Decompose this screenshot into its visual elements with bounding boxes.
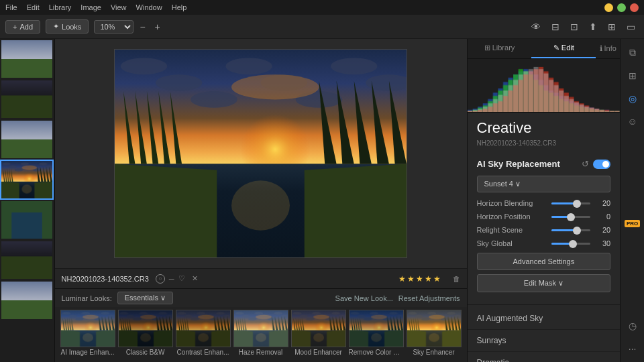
circle-btn[interactable]: ○ (156, 274, 165, 284)
filmstrip-thumb-1[interactable] (0, 39, 54, 79)
crop-icon[interactable]: ⊡ (567, 20, 582, 34)
looks-list-item-2[interactable]: Sunrays (468, 330, 621, 352)
menu-bar: File Edit Library Image View Window Help (0, 0, 644, 15)
main-preview (114, 49, 407, 258)
looks-header: Luminar Looks: Essentials ∨ Save New Loo… (55, 289, 467, 307)
zoom-plus-button[interactable]: + (152, 20, 164, 34)
tool-name: AI Sky Replacement (477, 159, 560, 169)
tab-info[interactable]: ℹ Info (596, 40, 620, 58)
center-area: NH20201023-140352.CR3 ○ ─ ♡ ✕ ★ ★ ★ ★ ★ … (55, 39, 467, 362)
looks-actions: Save New Look... Reset Adjustments (335, 294, 460, 302)
share-icon[interactable]: ⬆ (586, 20, 600, 34)
slider-thumb-1[interactable] (573, 200, 581, 208)
adjustments-icon[interactable]: ⊞ (626, 68, 639, 84)
look-item-5[interactable]: Mood Enhancer (291, 310, 346, 359)
looks-list-item-1[interactable]: AI Augmented Sky (468, 308, 621, 330)
add-button[interactable]: + + Add Add (5, 20, 40, 34)
looks-strip: Luminar Looks: Essentials ∨ Save New Loo… (55, 288, 467, 362)
filmstrip-thumb-6[interactable] (0, 240, 54, 280)
save-look-button[interactable]: Save New Look... (335, 294, 393, 302)
toolbar-icons: 👁 ⊟ ⊡ ⬆ ⊞ ▭ (528, 20, 639, 34)
trash-icon[interactable]: 🗑 (453, 275, 460, 283)
menu-library[interactable]: Library (49, 3, 72, 11)
panel-content: Creative NH20201023-140352.CR3 AI Sky Re… (468, 113, 621, 362)
horizon-position-track[interactable] (551, 216, 591, 218)
x-icon[interactable]: ✕ (192, 274, 198, 283)
sky-dropdown[interactable]: Sunset 4 ∨ (477, 176, 611, 192)
reset-adjustments-button[interactable]: Reset Adjustments (398, 294, 460, 302)
horizon-position-row: Horizon Position 0 (477, 213, 611, 221)
panel-title: Creative (468, 113, 621, 139)
slider-thumb-4[interactable] (569, 240, 577, 248)
rating-stars: ★ ★ ★ ★ ★ (398, 274, 441, 284)
looks-list-item-3[interactable]: Dramatic (468, 352, 621, 362)
histogram-area (468, 59, 621, 113)
face-icon[interactable]: ☺ (625, 113, 639, 129)
horizon-blending-track[interactable] (551, 202, 591, 204)
close-button[interactable] (630, 3, 639, 12)
filmstrip-thumb-5[interactable] (0, 200, 54, 240)
grid-icon[interactable]: ⊞ (604, 20, 619, 34)
filmstrip-thumb-4[interactable] (0, 160, 54, 200)
looks-essentials-tab[interactable]: Essentials ∨ (117, 292, 173, 304)
view-icon[interactable]: ▭ (623, 20, 639, 34)
clock-icon[interactable]: ◷ (626, 318, 639, 334)
slider-thumb-2[interactable] (567, 213, 575, 221)
heart-icon[interactable]: ♡ (178, 274, 185, 283)
color-wheel-icon[interactable]: ◎ (626, 90, 639, 107)
menu-edit[interactable]: Edit (27, 3, 40, 11)
compare-icon[interactable]: ⊟ (548, 20, 563, 34)
main-layout: NH20201023-140352.CR3 ○ ─ ♡ ✕ ★ ★ ★ ★ ★ … (0, 39, 644, 362)
tab-library[interactable]: ⊞ Library (468, 39, 532, 58)
star-2[interactable]: ★ (407, 274, 415, 284)
looks-button[interactable]: ✦ Looks (46, 19, 89, 34)
filmstrip-thumb-3[interactable] (0, 119, 54, 160)
slider-thumb-3[interactable] (573, 227, 581, 235)
star-3[interactable]: ★ (416, 274, 423, 284)
maximize-button[interactable] (617, 3, 626, 12)
menu-view[interactable]: View (111, 3, 127, 11)
menu-image[interactable]: Image (80, 3, 101, 11)
slider-label-1: Horizon Blending (477, 199, 547, 207)
looks-label: Luminar Looks: (62, 294, 112, 302)
tool-toggle[interactable] (593, 160, 610, 169)
edit-mask-button[interactable]: Edit Mask ∨ (477, 274, 611, 292)
zoom-minus-button[interactable]: − (136, 20, 148, 34)
slider-label-2: Horizon Position (477, 213, 547, 221)
zoom-select[interactable]: 10%25%50%100% (94, 20, 133, 34)
tab-edit[interactable]: ✎ Edit (531, 39, 596, 58)
menu-help[interactable]: Help (172, 3, 187, 11)
look-label-5: Mood Enhancer (291, 349, 346, 356)
plus-icon: + (13, 23, 17, 31)
look-item-7[interactable]: Sky Enhancer (407, 310, 462, 359)
eye-icon[interactable]: 👁 (528, 20, 544, 34)
relight-scene-row: Relight Scene 20 (477, 226, 611, 234)
advanced-settings-button[interactable]: Advanced Settings (477, 253, 611, 270)
sky-global-track[interactable] (551, 243, 591, 245)
look-label-3: Contrast Enhan... (176, 349, 231, 356)
layers-icon[interactable]: ⧉ (627, 44, 639, 61)
look-item-3[interactable]: Contrast Enhan... (176, 310, 231, 359)
bottom-bar: NH20201023-140352.CR3 ○ ─ ♡ ✕ ★ ★ ★ ★ ★ … (55, 268, 467, 288)
look-item-2[interactable]: Classic B&W (118, 310, 173, 359)
look-item-6[interactable]: Remove Color C... (349, 310, 404, 359)
horizon-blending-row: Horizon Blending 20 (477, 199, 611, 207)
filmstrip (0, 39, 55, 362)
preview-container (55, 39, 467, 268)
window-controls (604, 3, 639, 12)
relight-scene-track[interactable] (551, 229, 591, 231)
star-1[interactable]: ★ (398, 274, 406, 284)
filmstrip-thumb-2[interactable] (0, 79, 54, 119)
undo-icon[interactable]: ↺ (582, 159, 589, 169)
star-4[interactable]: ★ (425, 274, 432, 284)
menu-window[interactable]: Window (136, 3, 162, 11)
filmstrip-thumb-7[interactable] (0, 280, 54, 320)
menu-file[interactable]: File (5, 3, 17, 11)
minimize-button[interactable] (604, 3, 613, 12)
look-item-4[interactable]: Haze Removal (233, 310, 288, 359)
look-label-6: Remove Color C... (349, 349, 404, 356)
zoom-control: 10%25%50%100% − + (94, 20, 163, 34)
more-icon[interactable]: ··· (626, 341, 639, 357)
star-5[interactable]: ★ (433, 274, 441, 284)
look-item-1[interactable]: AI Image Enhan... (60, 310, 115, 359)
